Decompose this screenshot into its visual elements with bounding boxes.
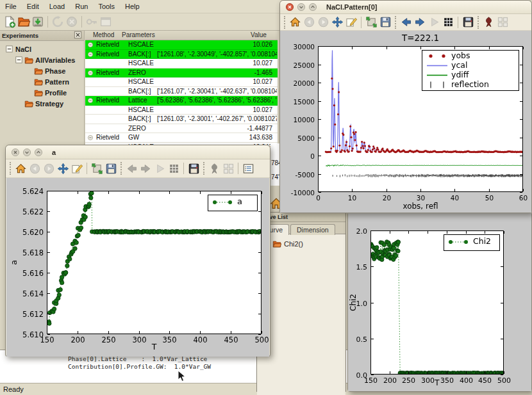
window-close-icon[interactable] xyxy=(285,2,295,12)
toolbar-drag-handle[interactable] xyxy=(395,16,396,29)
folder-icon xyxy=(24,56,33,65)
curve-list-icon[interactable] xyxy=(241,161,255,176)
cell-method: Rietveld xyxy=(96,134,119,141)
table-row[interactable]: ZERO-1.44877 xyxy=(85,124,278,134)
menu-help[interactable]: Help xyxy=(120,1,145,12)
tree-item-pattern[interactable]: Pattern xyxy=(0,76,84,87)
import-icon[interactable] xyxy=(31,14,45,29)
window-close-icon[interactable] xyxy=(11,147,21,157)
next-plot-icon xyxy=(138,161,153,176)
a-chart-canvas[interactable] xyxy=(6,178,269,357)
pattern-chart-canvas[interactable] xyxy=(280,31,531,213)
cell-method: Rietveld xyxy=(96,51,119,58)
column-header-method[interactable]: Method xyxy=(93,31,114,38)
pan-icon[interactable] xyxy=(56,161,70,176)
toolbar-separator xyxy=(47,16,48,28)
cell-value: ['1261.03', '-2.3001', '-402.267', '0.00… xyxy=(157,115,277,122)
chi2-window xyxy=(347,212,532,392)
row-expander-icon[interactable] xyxy=(87,70,94,77)
table-row[interactable]: BACK[:]['1261.07', '-2.30041', '-402.637… xyxy=(85,87,278,97)
pan-icon[interactable] xyxy=(330,15,344,30)
window-maximize-icon[interactable] xyxy=(308,2,319,12)
cell-method: Rietveld xyxy=(96,69,119,76)
menu-load[interactable]: Load xyxy=(44,1,70,12)
toolbar-drag-handle[interactable] xyxy=(478,16,479,29)
table-row[interactable]: RietveldGW143.638 xyxy=(85,133,278,143)
column-header-parameters[interactable]: Parameters xyxy=(122,31,155,38)
table-clipped-column: 78474', xyxy=(270,143,279,186)
stop-icon xyxy=(65,14,79,29)
save-data-icon[interactable] xyxy=(187,161,201,176)
table-row[interactable]: HSCALE10.027 xyxy=(85,59,278,69)
cell-parameter: BACK[:] xyxy=(128,115,151,122)
zoom-edit-icon[interactable] xyxy=(344,15,358,30)
prev-plot-icon xyxy=(124,161,138,176)
table-row[interactable]: RietveldBACK[:]['1261.08', '-2.30049', '… xyxy=(85,50,278,60)
save-figure-icon[interactable] xyxy=(104,161,118,176)
row-expander-icon[interactable] xyxy=(87,42,94,49)
cell-value: 10.026 xyxy=(253,41,272,48)
home-icon[interactable] xyxy=(13,161,28,176)
save-figure-icon[interactable] xyxy=(378,15,392,30)
toolbar-drag-handle[interactable] xyxy=(284,16,285,29)
pattern-window-titlebar[interactable]: NaCl.Pattern[0] xyxy=(280,1,531,14)
grid-icon[interactable] xyxy=(441,15,455,30)
tab-dimension[interactable]: Dimension xyxy=(290,224,335,235)
row-expander-icon[interactable] xyxy=(87,134,94,142)
tree-item-phase[interactable]: Phase xyxy=(0,65,84,76)
toolbar-drag-handle[interactable] xyxy=(10,162,11,175)
tree-expander-icon[interactable] xyxy=(15,56,23,64)
cell-parameter: BACK[:] xyxy=(128,88,151,95)
cell-parameter: HSCALE xyxy=(128,106,154,113)
menu-edit[interactable]: Edit xyxy=(22,1,44,12)
menu-tools[interactable]: Tools xyxy=(93,1,120,12)
table-row[interactable]: BACK[:]['1261.03', '-2.3001', '-402.267'… xyxy=(85,115,278,124)
cell-value: ['1261.08', '-2.30049', '-402.857', '0.0… xyxy=(157,51,277,58)
chi2-chart-canvas[interactable] xyxy=(348,213,531,391)
tree-item-nacl[interactable]: NaCl xyxy=(0,44,84,54)
new-document-icon[interactable] xyxy=(3,14,17,29)
a-figure-toolbar xyxy=(6,159,270,178)
tree-item-strategy[interactable]: Strategy xyxy=(0,98,84,109)
back-icon xyxy=(28,161,42,176)
table-row[interactable]: HSCALE10.027 xyxy=(85,77,278,87)
row-expander-icon[interactable] xyxy=(87,51,94,59)
pattern-figure-toolbar xyxy=(280,14,531,31)
toolbar-drag-handle[interactable] xyxy=(203,162,204,175)
window-maximize-icon[interactable] xyxy=(34,147,44,157)
table-row[interactable]: HSCALE10.027 xyxy=(85,106,278,115)
panel-close-icon[interactable] xyxy=(74,30,82,42)
toolbar-separator xyxy=(361,17,362,28)
table-row[interactable]: RietveldHSCALE10.026 xyxy=(85,40,278,50)
cell-parameter: Lattice xyxy=(128,97,147,104)
column-header-value[interactable]: Value xyxy=(251,31,267,38)
cell-value: 10.027 xyxy=(253,106,272,113)
next-plot-icon[interactable] xyxy=(413,15,427,30)
cell-method: Rietveld xyxy=(96,41,119,48)
cell-parameter: BACK[:] xyxy=(128,51,151,58)
window-minimize-icon[interactable] xyxy=(297,2,307,12)
menu-file[interactable]: File xyxy=(0,1,22,12)
folder-icon xyxy=(24,99,33,108)
refine-icon[interactable] xyxy=(481,15,495,30)
row-expander-icon[interactable] xyxy=(87,97,94,105)
prev-plot-icon[interactable] xyxy=(399,15,413,30)
tree-item-profile[interactable]: Profile xyxy=(0,87,84,98)
subplots-icon[interactable] xyxy=(364,15,378,30)
subplots-icon[interactable] xyxy=(90,161,104,176)
home-icon[interactable] xyxy=(288,15,302,30)
open-folder-icon[interactable] xyxy=(17,14,31,29)
table-row[interactable]: RietveldLattice['5.62386', '5.62386', '5… xyxy=(85,96,278,106)
output-text: Phase[0].Lattice : 1.0*Var_Lattice Contr… xyxy=(68,355,211,371)
a-window: a xyxy=(5,145,270,357)
zoom-edit-icon[interactable] xyxy=(70,161,84,176)
tree-expander-icon[interactable] xyxy=(5,45,13,53)
toolbar-drag-handle[interactable] xyxy=(121,162,122,175)
tree-item-allvariables[interactable]: AllVariables xyxy=(0,54,84,65)
save-data-icon[interactable] xyxy=(461,15,475,30)
table-row[interactable]: RietveldZERO-1.465 xyxy=(85,69,278,78)
window-minimize-icon[interactable] xyxy=(22,147,33,157)
tree-item-label: Pattern xyxy=(45,78,69,86)
menu-run[interactable]: Run xyxy=(70,1,93,12)
a-window-titlebar[interactable]: a xyxy=(6,145,270,159)
